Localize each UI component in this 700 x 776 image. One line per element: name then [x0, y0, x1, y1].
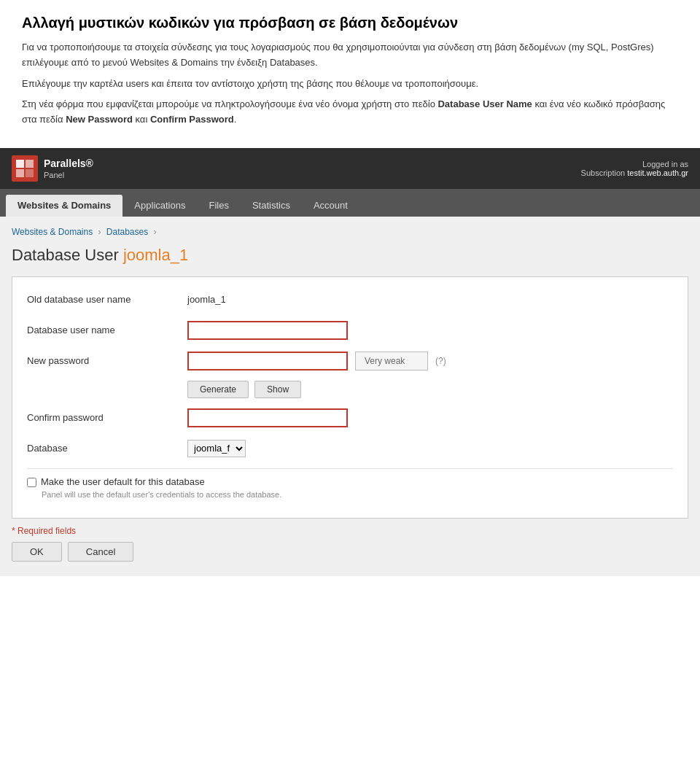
tab-account[interactable]: Account: [302, 195, 359, 217]
form-divider: [27, 468, 673, 469]
default-user-checkbox-row: Make the user default for this database: [27, 476, 673, 487]
form-container: Old database user name joomla_1 Database…: [12, 276, 688, 519]
subscription-info: Subscription testit.web.auth.gr: [581, 168, 688, 177]
svg-rect-0: [16, 160, 24, 168]
confirm-password-label: Confirm password: [27, 412, 187, 423]
confirm-password-row: Confirm password: [27, 407, 673, 429]
default-user-checkbox[interactable]: [27, 478, 36, 487]
database-select-wrapper: joomla_f: [187, 440, 246, 457]
action-buttons: OK Cancel: [12, 542, 688, 562]
cancel-button[interactable]: Cancel: [68, 542, 133, 562]
tab-applications[interactable]: Applications: [122, 195, 197, 217]
parallels-logo-icon: [12, 155, 38, 182]
panel-logo-text: Parallels® Panel: [44, 157, 93, 180]
default-user-label[interactable]: Make the user default for this database: [41, 476, 205, 487]
database-label: Database: [27, 443, 187, 454]
svg-rect-3: [26, 169, 34, 177]
new-password-input[interactable]: [187, 352, 348, 370]
confirm-password-input[interactable]: [187, 408, 348, 427]
instruction-para3: Στη νέα φόρμα που εμφανίζεται μπορούμε ν…: [22, 97, 678, 128]
password-action-row: Generate Show: [27, 381, 673, 398]
password-help-icon[interactable]: (?): [435, 356, 446, 366]
old-db-user-row: Old database user name joomla_1: [27, 289, 673, 311]
page-title: Database User joomla_1: [12, 246, 688, 265]
show-button[interactable]: Show: [254, 381, 301, 398]
ok-button[interactable]: OK: [12, 542, 62, 562]
db-user-name-label: Database user name: [27, 325, 187, 335]
panel-logo: Parallels® Panel: [12, 155, 93, 182]
old-db-user-value: joomla_1: [187, 294, 226, 305]
database-select[interactable]: joomla_f: [187, 440, 246, 457]
new-password-label: New password: [27, 355, 187, 366]
db-user-name-row: Database user name: [27, 319, 673, 341]
breadcrumb-databases[interactable]: Databases: [106, 227, 148, 237]
tab-websites-domains[interactable]: Websites & Domains: [6, 195, 122, 217]
tab-statistics[interactable]: Statistics: [241, 195, 302, 217]
new-password-row: New password Very weak (?): [27, 350, 673, 372]
required-note: * Required fields: [12, 526, 688, 536]
old-db-user-label: Old database user name: [27, 294, 187, 305]
content-area: Websites & Domains › Databases › Databas…: [0, 217, 700, 576]
password-row: Very weak (?): [187, 352, 446, 370]
db-user-name-input[interactable]: [187, 321, 348, 340]
database-row: Database joomla_f: [27, 438, 673, 459]
svg-rect-1: [26, 160, 34, 168]
instruction-para1: Για να τροποποιήσουμε τα στοιχεία σύνδεσ…: [22, 40, 678, 71]
breadcrumb: Websites & Domains › Databases ›: [12, 224, 688, 240]
instruction-title: Αλλαγή μυστικών κωδικών για πρόσβαση σε …: [22, 15, 678, 31]
breadcrumb-websites-domains[interactable]: Websites & Domains: [12, 227, 93, 237]
instruction-area: Αλλαγή μυστικών κωδικών για πρόσβαση σε …: [0, 0, 700, 148]
checkbox-hint: Panel will use the default user's creden…: [27, 490, 673, 499]
svg-rect-2: [16, 169, 24, 177]
password-strength-indicator: Very weak: [355, 352, 428, 370]
panel-header: Parallels® Panel Logged in as Subscripti…: [0, 148, 700, 189]
logged-in-label: Logged in as: [581, 160, 688, 168]
panel-login-info: Logged in as Subscription testit.web.aut…: [581, 160, 688, 177]
tab-files[interactable]: Files: [197, 195, 240, 217]
generate-button[interactable]: Generate: [187, 381, 249, 398]
nav-tabs: Websites & Domains Applications Files St…: [0, 189, 700, 217]
instruction-para2: Επιλέγουμε την καρτέλα users και έπειτα …: [22, 77, 678, 92]
